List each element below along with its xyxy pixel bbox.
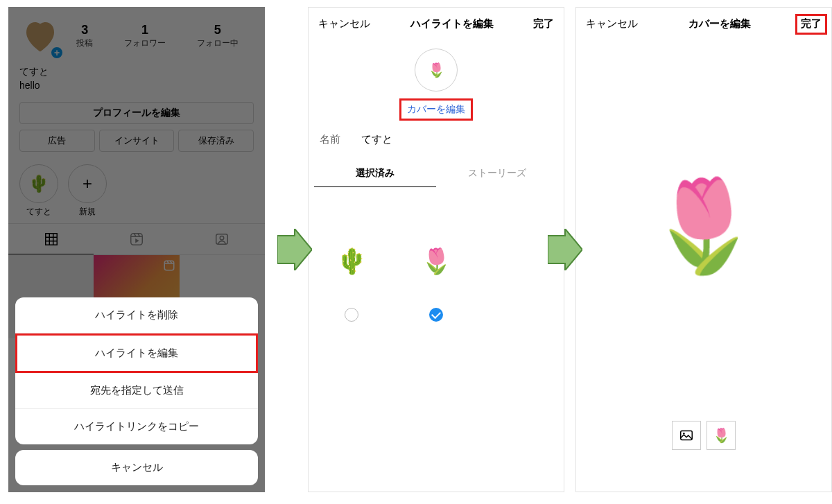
sheet-delete-highlight[interactable]: ハイライトを削除 — [15, 297, 258, 333]
stories-grid: 🌵 🌷 — [309, 194, 564, 329]
cover-source-thumbs: 🌷 — [672, 421, 736, 450]
flow-arrow-icon — [548, 229, 582, 270]
profile-screen: + 3 投稿 1 フォロワー 5 フォロー中 てすと hello プ — [8, 7, 265, 492]
story-cell[interactable]: 🌵 — [310, 195, 393, 327]
sheet-cancel[interactable]: キャンセル — [15, 450, 258, 485]
name-label: 名前 — [320, 133, 340, 146]
cancel-button[interactable]: キャンセル — [586, 17, 638, 31]
cover-canvas[interactable]: 🌷 — [576, 42, 831, 408]
tulip-emoji: 🌷 — [648, 173, 760, 279]
sheet-send-to[interactable]: 宛先を指定して送信 — [15, 373, 258, 409]
cactus-emoji: 🌵 — [336, 247, 367, 276]
sheet-edit-highlight[interactable]: ハイライトを編集 — [15, 333, 258, 373]
screenshot-profile: + 3 投稿 1 フォロワー 5 フォロー中 てすと hello プ — [8, 7, 265, 492]
edit-cover-link[interactable]: カバーを編集 — [399, 98, 473, 121]
sheet-copy-link[interactable]: ハイライトリンクをコピー — [15, 409, 258, 444]
selected-indicator — [429, 308, 443, 322]
page-title: ハイライトを編集 — [410, 17, 494, 31]
tab-stories[interactable]: ストーリーズ — [436, 160, 558, 187]
cover-section: 🌷 カバーを編集 — [309, 40, 564, 121]
story-cell[interactable]: 🌷 — [395, 195, 478, 327]
page-title: カバーを編集 — [688, 17, 751, 31]
unselected-indicator — [345, 308, 358, 322]
action-sheet: ハイライトを削除 ハイライトを編集 宛先を指定して送信 ハイライトリンクをコピー… — [15, 297, 258, 485]
image-icon — [679, 428, 694, 443]
done-button[interactable]: 完了 — [801, 17, 822, 31]
nav-bar: キャンセル カバーを編集 完了 — [576, 8, 831, 40]
cancel-button[interactable]: キャンセル — [318, 17, 370, 31]
action-sheet-group: ハイライトを削除 ハイライトを編集 宛先を指定して送信 ハイライトリンクをコピー — [15, 297, 258, 444]
svg-rect-4 — [681, 431, 693, 440]
tulip-emoji: 🌷 — [713, 427, 730, 444]
tab-selected[interactable]: 選択済み — [314, 160, 436, 187]
highlight-cover-preview[interactable]: 🌷 — [415, 49, 458, 92]
name-row: 名前 てすと — [309, 121, 564, 153]
nav-bar: キャンセル ハイライトを編集 完了 — [309, 8, 564, 40]
name-input[interactable]: てすと — [361, 133, 392, 146]
svg-point-5 — [683, 433, 685, 435]
screenshot-edit-cover: キャンセル カバーを編集 完了 🌷 🌷 — [575, 7, 832, 492]
thumb-from-gallery[interactable] — [672, 421, 701, 450]
thumb-story-tulip[interactable]: 🌷 — [707, 421, 736, 450]
tulip-emoji: 🌷 — [421, 247, 452, 276]
screenshot-edit-highlight: キャンセル ハイライトを編集 完了 🌷 カバーを編集 名前 てすと 選択済み ス… — [308, 7, 564, 492]
flow-arrow-icon — [277, 229, 312, 270]
story-source-tabs: 選択済み ストーリーズ — [314, 160, 558, 187]
done-button[interactable]: 完了 — [533, 17, 554, 31]
